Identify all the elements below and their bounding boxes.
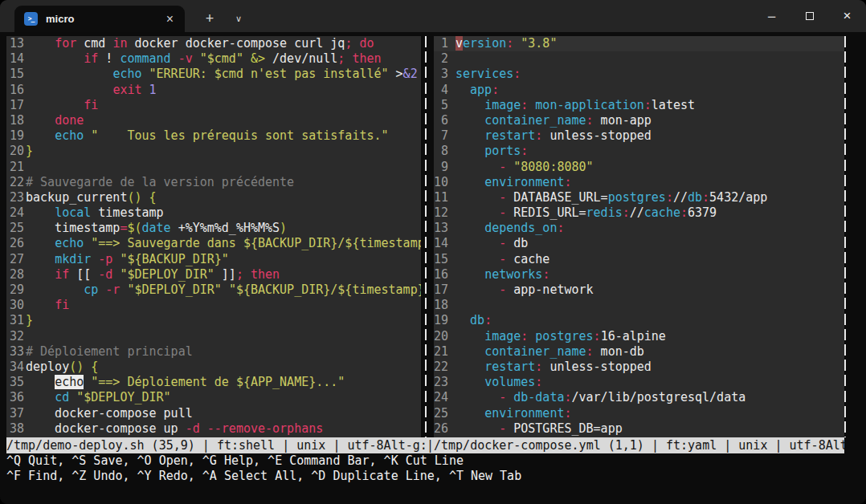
code-token: -: [499, 252, 506, 266]
code-line[interactable]: 24 - db-data:/var/lib/postgresql/data: [434, 390, 844, 405]
code-line[interactable]: 3services:: [434, 67, 844, 82]
terminal-tab-micro[interactable]: >_ micro ×: [14, 6, 185, 32]
code-line[interactable]: 4 app:: [434, 83, 844, 98]
code-line[interactable]: 28 if [[ -d "$DEPLOY_DIR" ]]; then: [6, 267, 421, 282]
code-token: POSTGRES_DB=app: [506, 421, 623, 436]
code-token: v: [455, 36, 463, 51]
line-number: 22: [6, 175, 26, 190]
terminal-padding: [0, 36, 6, 437]
code-line[interactable]: 5 image: mon-application:latest: [434, 98, 844, 113]
code-token: " Tous les prérequis sont satisfaits.": [91, 128, 388, 143]
micro-editor: 13 for cmd in docker docker-compose curl…: [0, 36, 866, 437]
code-token: "8080:8080": [513, 160, 593, 174]
code-line[interactable]: 23backup_current() {: [6, 190, 421, 205]
code-token: postgres: [608, 190, 666, 205]
code-line[interactable]: 29 cp -r "$DEPLOY_DIR" "${BACKUP_DIR}/${…: [6, 282, 421, 298]
code-line[interactable]: 7 restart: unless-stopped: [434, 128, 844, 144]
new-tab-button[interactable]: +: [196, 6, 223, 32]
code-token: [26, 113, 55, 128]
code-line[interactable]: 23 volumes:: [434, 375, 844, 390]
code-line[interactable]: 30 fi: [6, 298, 421, 313]
line-number: 30: [6, 298, 26, 313]
line-number: 23: [434, 375, 448, 390]
code-line[interactable]: 16 networks:: [434, 267, 844, 282]
minimize-button[interactable]: ─: [753, 0, 790, 32]
code-line[interactable]: 18 done: [6, 113, 421, 128]
code-line[interactable]: 2: [434, 51, 844, 67]
code-token: app: [470, 83, 492, 97]
code-token: mon-app: [594, 113, 652, 128]
code-line[interactable]: 17 fi: [6, 98, 421, 113]
close-button[interactable]: ×: [828, 0, 866, 32]
line-number: 11: [434, 190, 448, 205]
code-line[interactable]: 21 container_name: mon-db: [434, 344, 844, 360]
code-line[interactable]: 20}: [6, 144, 421, 159]
code-line[interactable]: 19 db:: [434, 313, 844, 328]
code-token: environment: [484, 175, 564, 189]
code-line[interactable]: 26 - POSTGRES_DB=app: [434, 421, 844, 437]
code-line[interactable]: 14 - db: [434, 236, 844, 251]
code-line[interactable]: 10 environment:: [434, 175, 844, 190]
code-token: "$cmd": [200, 51, 243, 66]
code-line[interactable]: 22# Sauvegarde de la version précédente: [6, 175, 421, 190]
code-line[interactable]: 9 - "8080:8080": [434, 160, 844, 175]
code-token: fi: [55, 298, 69, 312]
editor-pane-yaml[interactable]: 1version: "3.8"23services:4 app:5 image:…: [434, 36, 844, 437]
code-line[interactable]: 20 image: postgres:16-alpine: [434, 329, 844, 344]
code-line[interactable]: 17 - app-network: [434, 282, 844, 298]
editor-pane-shell[interactable]: 13 for cmd in docker docker-compose curl…: [6, 36, 421, 437]
status-right: /tmp/docker-compose.yml (1,1) | ft:yaml …: [434, 437, 844, 453]
code-token: [142, 190, 149, 205]
code-line[interactable]: 1version: "3.8": [434, 36, 844, 51]
maximize-icon: [806, 12, 814, 20]
code-token: :: [535, 375, 542, 389]
code-line[interactable]: 13 depends_on:: [434, 221, 844, 236]
code-line[interactable]: 8 ports:: [434, 144, 844, 159]
code-line[interactable]: 14 if ! command -v "$cmd" &> /dev/null; …: [6, 51, 421, 67]
code-token: db-data: [513, 390, 564, 404]
code-token: do: [359, 36, 374, 51]
code-line[interactable]: 15 echo "ERREUR: $cmd n'est pas installé…: [6, 67, 421, 82]
line-number: 13: [6, 36, 26, 51]
tab-close-icon[interactable]: ×: [163, 12, 177, 26]
maximize-button[interactable]: [790, 0, 828, 32]
code-line[interactable]: 22 restart: unless-stopped: [434, 360, 844, 375]
code-line[interactable]: 21: [6, 160, 421, 175]
code-line[interactable]: 16 exit 1: [6, 83, 421, 98]
code-line[interactable]: 26 echo "==> Sauvegarde dans ${BACKUP_DI…: [6, 236, 421, 251]
code-line[interactable]: 31}: [6, 313, 421, 328]
line-number: 28: [6, 267, 26, 282]
code-token: :: [586, 344, 594, 359]
code-token: [455, 344, 484, 359]
code-line[interactable]: 37 docker-compose pull: [6, 406, 421, 421]
chevron-down-icon[interactable]: ∨: [225, 6, 252, 32]
code-line[interactable]: 25 environment:: [434, 406, 844, 421]
code-line[interactable]: 24 local timestamp: [6, 205, 421, 221]
code-line[interactable]: 36 cd "$DEPLOY_DIR": [6, 390, 421, 405]
code-line[interactable]: 38 docker-compose up -d --remove-orphans: [6, 421, 421, 437]
code-line[interactable]: 34deploy() {: [6, 360, 421, 375]
code-line[interactable]: 6 container_name: mon-app: [434, 113, 844, 128]
code-token: -: [499, 160, 506, 174]
code-token: (): [69, 360, 84, 374]
code-token: [455, 313, 470, 327]
code-token: services: [455, 67, 513, 81]
code-line[interactable]: 25 timestamp=$(date +%Y%m%d_%H%M%S): [6, 221, 421, 236]
code-token: -: [499, 236, 506, 250]
scrollbar[interactable]: [844, 36, 848, 437]
line-number: 38: [6, 421, 26, 437]
code-line[interactable]: 27 mkdir -p "${BACKUP_DIR}": [6, 252, 421, 267]
code-line[interactable]: 19 echo " Tous les prérequis sont satisf…: [6, 128, 421, 144]
code-line[interactable]: 12 - REDIS_URL=redis://cache:6379: [434, 205, 844, 221]
code-token: REDIS_URL=: [506, 205, 586, 220]
line-number: 23: [6, 190, 26, 205]
code-line[interactable]: 33# Déploiement principal: [6, 344, 421, 360]
code-token: [455, 205, 499, 220]
code-line[interactable]: 18: [434, 298, 844, 313]
code-line[interactable]: 35 echo "==> Déploiement de ${APP_NAME}.…: [6, 375, 421, 390]
code-line[interactable]: 32: [6, 329, 421, 344]
code-line[interactable]: 15 - cache: [434, 252, 844, 267]
status-divider: |: [427, 437, 434, 453]
code-line[interactable]: 11 - DATABASE_URL=postgres://db:5432/app: [434, 190, 844, 205]
code-line[interactable]: 13 for cmd in docker docker-compose curl…: [6, 36, 421, 51]
